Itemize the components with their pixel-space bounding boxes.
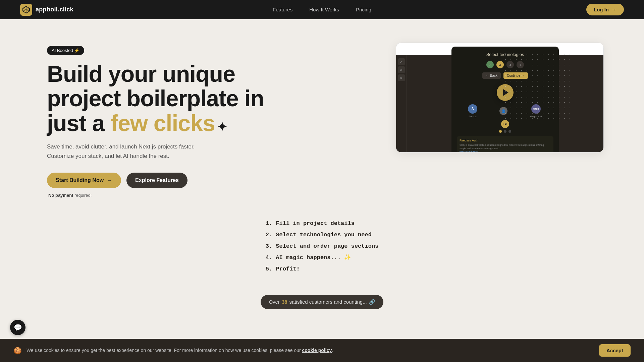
pagination-dot-3 [508,130,511,133]
step-2: 2. Select technologies you need [266,229,379,241]
step-3: 3. Select and order page sections [266,241,379,252]
config-step-4[interactable]: 4 [517,61,524,68]
play-button[interactable] [497,84,514,101]
cookie-icon: 🍪 [13,347,22,355]
step-4: 4. AI magic happens... ✨ [266,252,379,263]
config-body: A 2l B Select technologies ✓ 2 3 4 ← Bac… [396,55,603,152]
tech-node-authjs: A Auth.js [468,104,477,118]
customers-section: Over 38 satisfied customers and counting… [0,288,644,322]
logo-icon [20,4,32,16]
config-info-text: Clerk is an authentication solution desi… [460,143,551,150]
tech-node-magiclink: Magic Magic_link [530,104,542,118]
steps-section: 1. Fill in project details 2. Select tec… [0,211,644,288]
no-payment-text: No payment required! [48,193,264,198]
logo-link[interactable]: appboil.click [20,4,73,16]
configurator-preview: Configurator A 2l B Select technologies … [396,43,604,153]
cookie-text: We use cookies to ensure you get the bes… [26,347,333,354]
config-step-3[interactable]: 3 [506,61,514,68]
play-icon [503,89,508,96]
login-button[interactable]: Log In → [586,4,624,15]
start-building-button[interactable]: Start Building Now → [47,173,121,188]
config-back-btn[interactable]: ← Back [482,72,501,79]
config-step-1[interactable]: ✓ [486,61,494,68]
navbar: appboil.click Features How It Works Pric… [0,0,644,19]
config-panel: Select technologies ✓ 2 3 4 ← Back Conti… [451,47,559,153]
config-nav: ← Back Continue → [457,72,553,79]
tech-label-authjs: Auth.js [469,115,477,118]
config-steps: ✓ 2 3 4 [457,61,553,68]
cookie-accept-button[interactable]: Accept [599,344,631,357]
explore-features-button[interactable]: Explore Features [126,173,187,188]
chat-bubble[interactable]: 💬 [10,320,25,335]
nav-how-it-works[interactable]: How It Works [309,7,339,12]
tech-icon-authjs: A [468,104,477,114]
step-1: 1. Fill in project details [266,218,379,229]
config-info-box: Firebase Auth Clerk is an authentication… [457,136,553,153]
sidebar-item-a[interactable]: A [398,58,405,65]
tech-nodes: A Auth.js 👤 Magic Magic_link [457,104,553,118]
tech-label-magiclink: Magic_link [530,115,542,118]
tech-icon-center: 👤 [499,107,507,115]
customers-badge: Over 38 satisfied customers and counting… [261,295,383,309]
cookie-content: 🍪 We use cookies to ensure you get the b… [13,347,589,355]
tech-node-center: 👤 [499,107,507,115]
config-continue-btn[interactable]: Continue → [503,72,528,79]
customer-count: 38 [282,299,287,305]
nav-links: Features How It Works Pricing [273,7,371,12]
logo-text: appboil.click [36,6,73,13]
hero-buttons: Start Building Now → Explore Features [47,173,264,188]
firebase-auth-node: FB [501,120,509,128]
config-main-area: Select technologies ✓ 2 3 4 ← Back Conti… [407,55,603,152]
pagination-dot-2 [504,130,506,133]
cookie-banner: 🍪 We use cookies to ensure you get the b… [0,339,644,362]
steps-list: 1. Fill in project details 2. Select tec… [266,218,379,275]
nav-features[interactable]: Features [273,7,292,12]
sidebar-item-b[interactable]: B [398,74,405,81]
config-step-2[interactable]: 2 [496,61,504,68]
play-overlay [457,84,553,101]
ai-badge: AI Boosted ⚡ [47,46,84,55]
tech-icon-magiclink: Magic [531,104,541,114]
config-panel-title: Select technologies [457,52,553,57]
sidebar-item-2[interactable]: 2l [398,66,405,73]
cookie-policy-link[interactable]: cookie policy [302,348,332,353]
step-5: 5. Profit! [266,263,379,275]
chat-icon: 💬 [14,323,22,331]
hero-section: AI Boosted ⚡ Build your unique project b… [47,39,264,198]
nav-pricing[interactable]: Pricing [356,7,371,12]
hero-subtitle: Save time, avoid clutter, and launch Nex… [47,142,215,160]
config-sidebar: A 2l B [396,55,407,152]
config-info-link[interactable]: https://store.dev/d [460,150,551,153]
main-content: AI Boosted ⚡ Build your unique project b… [0,19,644,211]
pagination-dot-active [499,130,502,133]
config-info-title: Firebase Auth [460,139,551,142]
hero-title: Build your unique project boilerplate in… [47,62,264,135]
